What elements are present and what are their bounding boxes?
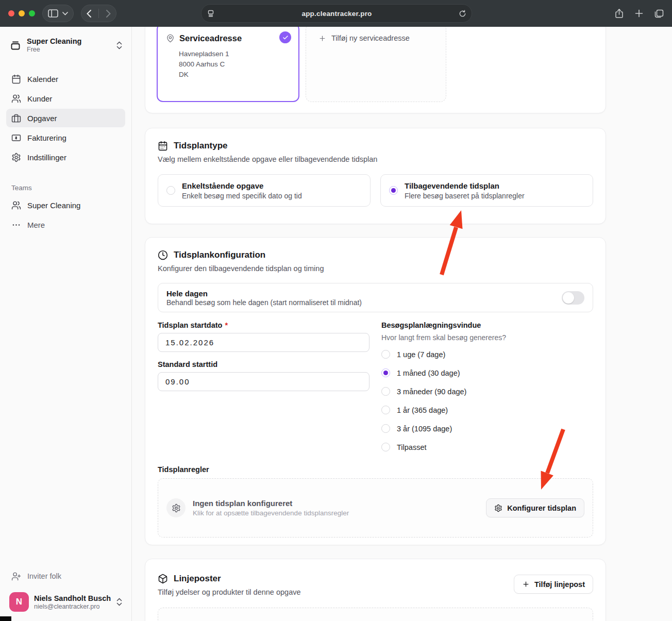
start-time-input[interactable]: 09.00 [158, 372, 369, 391]
window-option-label: 3 år (1095 dage) [397, 425, 452, 433]
sidebar-item-kalender[interactable]: Kalender [6, 70, 125, 88]
window-option-custom[interactable]: Tilpasset [381, 441, 593, 453]
schedule-type-subtitle: Vælg mellem enkeltstående opgave eller t… [158, 155, 593, 163]
start-date-label: Tidsplan startdato* [158, 321, 369, 329]
address-bar[interactable]: app.cleantracker.pro [201, 4, 472, 23]
option-recurring-schedule[interactable]: Tilbagevendende tidsplan Flere besøg bas… [380, 174, 593, 207]
back-button[interactable] [87, 10, 91, 18]
radio-1-month[interactable] [381, 368, 390, 377]
tab-overview-icon[interactable] [654, 9, 664, 18]
address-line: DK [179, 70, 229, 80]
zoom-window-button[interactable] [29, 10, 35, 16]
history-nav-group[interactable] [81, 5, 116, 22]
service-address-card-selected[interactable]: Serviceadresse Havnepladsen 1 8000 Aarhu… [157, 27, 299, 102]
user-plus-icon [11, 572, 21, 581]
browser-chrome: app.cleantracker.pro [0, 0, 672, 27]
user-name: Niels Sandholt Busch [34, 594, 111, 603]
line-items-empty-dropzone[interactable] [158, 608, 593, 621]
all-day-setting: Hele dagen Behandl besøg som hele dagen … [158, 283, 593, 312]
sidebar-item-indstillinger[interactable]: Indstillinger [6, 148, 125, 166]
chevron-updown-icon[interactable] [116, 41, 122, 49]
service-address-title: Serviceadresse [179, 33, 242, 43]
gear-icon [166, 498, 186, 517]
reader-mode-icon[interactable] [207, 9, 215, 18]
start-date-input[interactable]: 15.02.2026 [158, 333, 369, 352]
forward-button[interactable] [106, 10, 111, 18]
radio-recurring-schedule[interactable] [389, 186, 398, 195]
add-service-address-label: Tilføj ny serviceadresse [331, 34, 410, 42]
sidebar-item-fakturering[interactable]: Fakturering [6, 128, 125, 147]
all-day-toggle[interactable] [562, 291, 584, 305]
url-text[interactable]: app.cleantracker.pro [215, 10, 459, 18]
line-items-title: Linjeposter [174, 574, 221, 584]
sidebar-item-label: Mere [27, 221, 45, 229]
sidebar-item-label: Kalender [27, 75, 58, 83]
invite-people-button[interactable]: Inviter folk [6, 567, 125, 585]
radio-1-year[interactable] [381, 406, 390, 414]
sidebar-bottom: Inviter folk N Niels Sandholt Busch niel… [6, 567, 125, 615]
sidebar-item-mere[interactable]: Mere [6, 215, 125, 234]
ellipsis-icon [11, 220, 21, 230]
window-option-1-year[interactable]: 1 år (365 dage) [381, 404, 593, 416]
toggle-knob [563, 292, 574, 304]
window-option-1-week[interactable]: 1 uge (7 dage) [381, 348, 593, 360]
radio-single-task[interactable] [166, 186, 175, 195]
window-option-1-month[interactable]: 1 måned (30 dage) [381, 367, 593, 379]
briefcase-icon [11, 113, 21, 123]
line-items-subtitle: Tilføj ydelser og produkter til denne op… [158, 588, 301, 596]
divider [98, 9, 99, 18]
window-option-3-years[interactable]: 3 år (1095 dage) [381, 423, 593, 434]
configure-schedule-button[interactable]: Konfigurer tidsplan [486, 498, 584, 517]
window-controls[interactable] [8, 10, 35, 16]
users-icon [11, 200, 21, 210]
all-day-subtitle: Behandl besøg som hele dagen (start norm… [166, 298, 362, 307]
clock-icon [158, 250, 168, 260]
sidebar: Super Cleaning Free Kalender Kunder Opga… [0, 27, 132, 621]
new-tab-icon[interactable] [635, 9, 643, 18]
chrome-right-controls [615, 4, 664, 23]
teams-section-label: Teams [11, 184, 120, 192]
screen-corner-artifact [0, 616, 11, 621]
calendar-days-icon [158, 141, 168, 151]
sidebar-item-kunder[interactable]: Kunder [6, 89, 125, 108]
planning-window-label: Besøgsplanlægningsvindue [381, 321, 593, 329]
share-icon[interactable] [615, 9, 624, 19]
sidebar-team-super-cleaning[interactable]: Super Cleaning [6, 196, 125, 214]
chevron-down-icon[interactable] [62, 12, 68, 15]
radio-3-months[interactable] [381, 387, 390, 396]
schedule-type-panel: Tidsplantype Vælg mellem enkeltstående o… [145, 128, 606, 224]
organization-switcher[interactable]: Super Cleaning Free [6, 34, 125, 56]
sidebar-item-opgaver[interactable]: Opgaver [6, 109, 125, 127]
user-email: niels@cleantracker.pro [34, 603, 111, 610]
add-line-item-label: Tilføj linjepost [534, 580, 585, 589]
avatar: N [9, 592, 29, 612]
close-window-button[interactable] [8, 10, 14, 16]
radio-1-week[interactable] [381, 350, 390, 359]
planning-window-question: Hvor langt frem skal besøg genereres? [381, 333, 593, 342]
required-asterisk: * [225, 321, 228, 329]
banknote-icon [11, 133, 21, 143]
radio-custom[interactable] [381, 443, 390, 451]
schedule-config-title: Tidsplankonfiguration [174, 250, 265, 260]
add-service-address-card[interactable]: Tilføj ny serviceadresse [306, 27, 446, 102]
schedule-type-title: Tidsplantype [174, 141, 228, 151]
reload-icon[interactable] [459, 10, 466, 18]
minimize-window-button[interactable] [19, 10, 25, 16]
option-title: Enkeltstående opgave [182, 181, 302, 191]
users-icon [11, 94, 21, 104]
option-single-task[interactable]: Enkeltstående opgave Enkelt besøg med sp… [158, 174, 371, 207]
sidebar-toggle-group[interactable] [42, 5, 74, 22]
window-option-label: Tilpasset [397, 443, 426, 451]
organization-name: Super Cleaning [27, 37, 81, 46]
chevron-updown-icon[interactable] [116, 598, 122, 606]
sidebar-item-label: Super Cleaning [27, 201, 80, 210]
plus-icon [522, 580, 530, 588]
option-subtitle: Flere besøg baseret på tidsplanregler [405, 191, 525, 200]
user-menu[interactable]: N Niels Sandholt Busch niels@cleantracke… [6, 589, 125, 615]
add-line-item-button[interactable]: Tilføj linjepost [514, 575, 593, 594]
schedule-rules-empty-state[interactable]: Ingen tidsplan konfigureret Klik for at … [158, 478, 593, 538]
window-option-3-months[interactable]: 3 måneder (90 dage) [381, 385, 593, 397]
radio-3-years[interactable] [381, 424, 390, 433]
planning-window-options: 1 uge (7 dage) 1 måned (30 dage) 3 måned… [381, 348, 593, 453]
sidebar-toggle-icon[interactable] [48, 9, 58, 18]
